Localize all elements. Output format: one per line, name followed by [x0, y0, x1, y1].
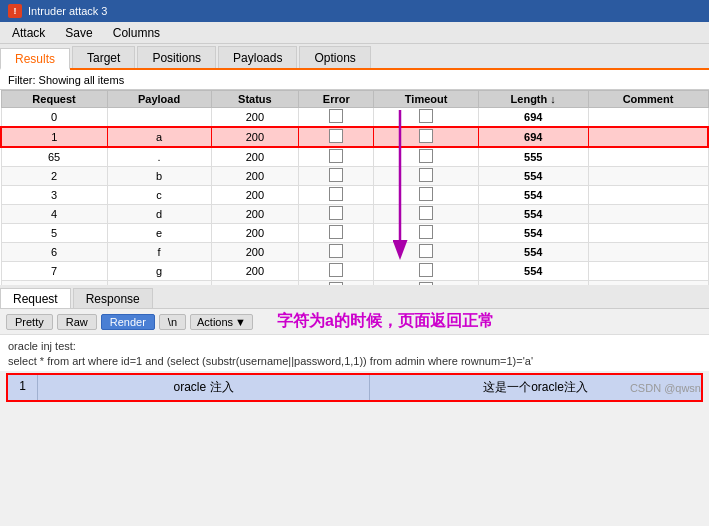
table-row[interactable]: 3c200554 — [1, 186, 708, 205]
checkbox-cell-error[interactable] — [329, 187, 343, 201]
checkbox-cell-timeout[interactable] — [419, 109, 433, 123]
result-row: 1 oracle 注入 这是一个oracle注入 — [6, 373, 703, 402]
cell-payload: g — [107, 262, 211, 281]
results-table-container[interactable]: Request Payload Status Error Timeout Len… — [0, 90, 709, 285]
checkbox-cell-timeout[interactable] — [419, 282, 433, 285]
cell-timeout — [374, 224, 479, 243]
tab-results[interactable]: Results — [0, 48, 70, 70]
checkbox-cell-error[interactable] — [329, 149, 343, 163]
sql-line1: oracle inj test: — [8, 339, 701, 354]
results-table: Request Payload Status Error Timeout Len… — [0, 90, 709, 285]
table-row[interactable]: 65.200555 — [1, 147, 708, 167]
result-index: 1 — [8, 375, 38, 400]
cell-request: 65 — [1, 147, 107, 167]
cell-timeout — [374, 108, 479, 128]
cell-timeout — [374, 205, 479, 224]
checkbox-cell-timeout[interactable] — [419, 168, 433, 182]
cell-length: 554 — [478, 167, 588, 186]
menu-columns[interactable]: Columns — [109, 25, 164, 41]
cell-payload: f — [107, 243, 211, 262]
cell-status: 200 — [211, 186, 299, 205]
checkbox-cell-error[interactable] — [329, 225, 343, 239]
request-response-tab-bar: Request Response — [0, 285, 709, 309]
checkbox-cell-error[interactable] — [329, 206, 343, 220]
checkbox-cell-timeout[interactable] — [419, 129, 433, 143]
annotation-text: 字符为a的时候，页面返回正常 — [277, 311, 494, 332]
cell-length: 554 — [478, 262, 588, 281]
cell-comment — [588, 186, 708, 205]
table-row[interactable]: 5e200554 — [1, 224, 708, 243]
cell-comment — [588, 127, 708, 147]
menu-bar: Attack Save Columns — [0, 22, 709, 44]
tab-target[interactable]: Target — [72, 46, 135, 68]
cell-request: 4 — [1, 205, 107, 224]
cell-error — [299, 243, 374, 262]
table-row[interactable]: 4d200554 — [1, 205, 708, 224]
checkbox-cell-error[interactable] — [329, 263, 343, 277]
cell-request: 6 — [1, 243, 107, 262]
table-row[interactable]: 0200694 — [1, 108, 708, 128]
subtab-newline[interactable]: \n — [159, 314, 186, 330]
col-header-status[interactable]: Status — [211, 91, 299, 108]
subtab-raw[interactable]: Raw — [57, 314, 97, 330]
sub-tab-bar: Pretty Raw Render \n Actions ▼ 字符为a的时候，页… — [0, 309, 709, 335]
checkbox-cell-error[interactable] — [329, 244, 343, 258]
cell-error — [299, 186, 374, 205]
cell-timeout — [374, 167, 479, 186]
cell-length: 554 — [478, 224, 588, 243]
cell-error — [299, 205, 374, 224]
window-title: Intruder attack 3 — [28, 5, 108, 17]
cell-length: 554 — [478, 186, 588, 205]
cell-timeout — [374, 127, 479, 147]
cell-comment — [588, 108, 708, 128]
title-bar: ! Intruder attack 3 — [0, 0, 709, 22]
col-header-request[interactable]: Request — [1, 91, 107, 108]
checkbox-cell-error[interactable] — [329, 109, 343, 123]
table-row[interactable]: 1a200694 — [1, 127, 708, 147]
cell-comment — [588, 167, 708, 186]
checkbox-cell-timeout[interactable] — [419, 225, 433, 239]
table-row[interactable]: 7g200554 — [1, 262, 708, 281]
cell-status: 200 — [211, 127, 299, 147]
tab-request[interactable]: Request — [0, 288, 71, 308]
sql-line2: select * from art where id=1 and (select… — [8, 354, 701, 369]
col-header-length[interactable]: Length ↓ — [478, 91, 588, 108]
col-header-payload[interactable]: Payload — [107, 91, 211, 108]
checkbox-cell-error[interactable] — [329, 168, 343, 182]
tab-positions[interactable]: Positions — [137, 46, 216, 68]
subtab-render[interactable]: Render — [101, 314, 155, 330]
col-header-timeout[interactable]: Timeout — [374, 91, 479, 108]
cell-payload: e — [107, 224, 211, 243]
tab-payloads[interactable]: Payloads — [218, 46, 297, 68]
checkbox-cell-error[interactable] — [329, 282, 343, 285]
cell-request: 5 — [1, 224, 107, 243]
cell-error — [299, 108, 374, 128]
cell-timeout — [374, 186, 479, 205]
table-row[interactable]: 2b200554 — [1, 167, 708, 186]
cell-timeout — [374, 243, 479, 262]
col-header-error[interactable]: Error — [299, 91, 374, 108]
subtab-pretty[interactable]: Pretty — [6, 314, 53, 330]
cell-length: 554 — [478, 205, 588, 224]
checkbox-cell-timeout[interactable] — [419, 206, 433, 220]
checkbox-cell-timeout[interactable] — [419, 263, 433, 277]
cell-status: 200 — [211, 262, 299, 281]
cell-request: 0 — [1, 108, 107, 128]
cell-timeout — [374, 147, 479, 167]
chevron-down-icon: ▼ — [235, 316, 246, 328]
menu-attack[interactable]: Attack — [8, 25, 49, 41]
table-row[interactable]: 6f200554 — [1, 243, 708, 262]
checkbox-cell-timeout[interactable] — [419, 149, 433, 163]
actions-button[interactable]: Actions ▼ — [190, 314, 253, 330]
checkbox-cell-timeout[interactable] — [419, 187, 433, 201]
checkbox-cell-timeout[interactable] — [419, 244, 433, 258]
app-icon: ! — [8, 4, 22, 18]
cell-payload: b — [107, 167, 211, 186]
checkbox-cell-error[interactable] — [329, 129, 343, 143]
cell-error — [299, 127, 374, 147]
cell-payload: c — [107, 186, 211, 205]
menu-save[interactable]: Save — [61, 25, 96, 41]
col-header-comment[interactable]: Comment — [588, 91, 708, 108]
tab-response[interactable]: Response — [73, 288, 153, 308]
tab-options[interactable]: Options — [299, 46, 370, 68]
